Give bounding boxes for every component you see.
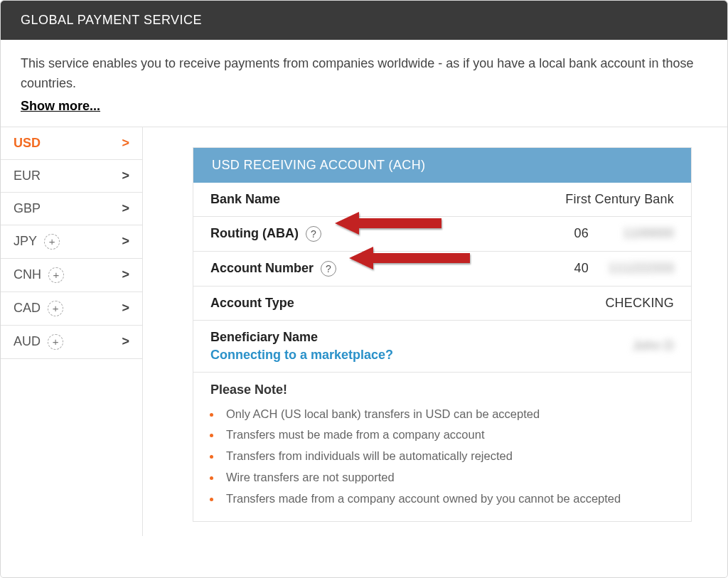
add-currency-icon[interactable]: + <box>48 267 64 283</box>
note-title: Please Note! <box>210 382 674 397</box>
row-bank-name: Bank Name First Century Bank <box>193 183 691 217</box>
value-account-number: 40111222333 <box>574 261 674 276</box>
panel-title: USD RECEIVING ACCOUNT (ACH) <box>193 148 691 183</box>
chevron-right-icon: > <box>122 334 129 349</box>
note-item: Transfers from individuals will be autom… <box>222 445 674 466</box>
currency-jpy[interactable]: JPY + > <box>1 225 142 259</box>
label-account-type: Account Type <box>210 296 294 311</box>
intro-block: This service enables you to receive paym… <box>1 40 727 127</box>
currency-label: USD <box>14 136 41 151</box>
value-routing-hidden: 1100000 <box>589 226 674 241</box>
chevron-right-icon: > <box>122 201 129 216</box>
value-account-number-prefix: 40 <box>574 261 589 275</box>
note-item: Transfers must be made from a company ac… <box>222 424 674 445</box>
main-body: USD > EUR > GBP > JPY + > CNH <box>1 127 727 537</box>
currency-label: CNH <box>14 267 41 282</box>
currency-cad[interactable]: CAD + > <box>1 292 142 326</box>
currency-sidebar: USD > EUR > GBP > JPY + > CNH <box>1 127 143 537</box>
currency-label: AUD <box>14 334 41 349</box>
page-title: GLOBAL PAYMENT SERVICE <box>1 1 727 40</box>
receiving-account-panel: USD RECEIVING ACCOUNT (ACH) Bank Name Fi… <box>193 147 692 523</box>
content-area: USD RECEIVING ACCOUNT (ACH) Bank Name Fi… <box>143 127 727 537</box>
label-account-number: Account Number <box>210 261 314 276</box>
currency-eur[interactable]: EUR > <box>1 160 142 193</box>
currency-label: EUR <box>14 168 41 183</box>
chevron-right-icon: > <box>122 234 129 249</box>
value-bank-name: First Century Bank <box>565 192 674 207</box>
note-list: Only ACH (US local bank) transfers in US… <box>210 403 674 509</box>
help-icon[interactable]: ? <box>306 226 321 242</box>
value-account-number-hidden: 111222333 <box>589 261 674 276</box>
label-bank-name: Bank Name <box>210 192 280 207</box>
note-item: Wire transfers are not supported <box>222 466 674 488</box>
value-routing: 061100000 <box>574 226 674 241</box>
add-currency-icon[interactable]: + <box>44 234 60 250</box>
currency-label: GBP <box>14 201 41 216</box>
currency-label: JPY <box>14 234 37 249</box>
page: GLOBAL PAYMENT SERVICE This service enab… <box>0 0 728 578</box>
label-routing: Routing (ABA) <box>210 226 299 241</box>
note-block: Please Note! Only ACH (US local bank) tr… <box>193 373 691 522</box>
value-account-type: CHECKING <box>605 296 674 311</box>
row-routing: Routing (ABA) ? 061100000 <box>193 217 691 252</box>
currency-cnh[interactable]: CNH + > <box>1 259 142 292</box>
value-routing-prefix: 06 <box>574 226 589 240</box>
add-currency-icon[interactable]: + <box>48 301 63 316</box>
row-beneficiary: Beneficiary Name Connecting to a marketp… <box>193 321 691 373</box>
row-account-number: Account Number ? 40111222333 <box>193 252 691 287</box>
intro-text: This service enables you to receive paym… <box>21 54 707 94</box>
help-icon[interactable]: ? <box>321 261 336 277</box>
currency-usd[interactable]: USD > <box>1 127 142 160</box>
currency-aud[interactable]: AUD + > <box>1 326 142 359</box>
connecting-marketplace-link[interactable]: Connecting to a marketplace? <box>210 348 393 363</box>
value-beneficiary-hidden: John D <box>589 338 674 353</box>
row-account-type: Account Type CHECKING <box>193 287 691 321</box>
chevron-right-icon: > <box>122 136 129 151</box>
chevron-right-icon: > <box>122 301 129 316</box>
currency-gbp[interactable]: GBP > <box>1 193 142 225</box>
chevron-right-icon: > <box>122 267 129 282</box>
add-currency-icon[interactable]: + <box>48 334 63 350</box>
note-item: Transfers made from a company account ow… <box>222 488 674 509</box>
label-beneficiary: Beneficiary Name <box>210 330 318 344</box>
chevron-right-icon: > <box>122 168 129 183</box>
note-item: Only ACH (US local bank) transfers in US… <box>222 403 674 424</box>
currency-label: CAD <box>14 301 41 316</box>
show-more-link[interactable]: Show more... <box>21 97 100 117</box>
